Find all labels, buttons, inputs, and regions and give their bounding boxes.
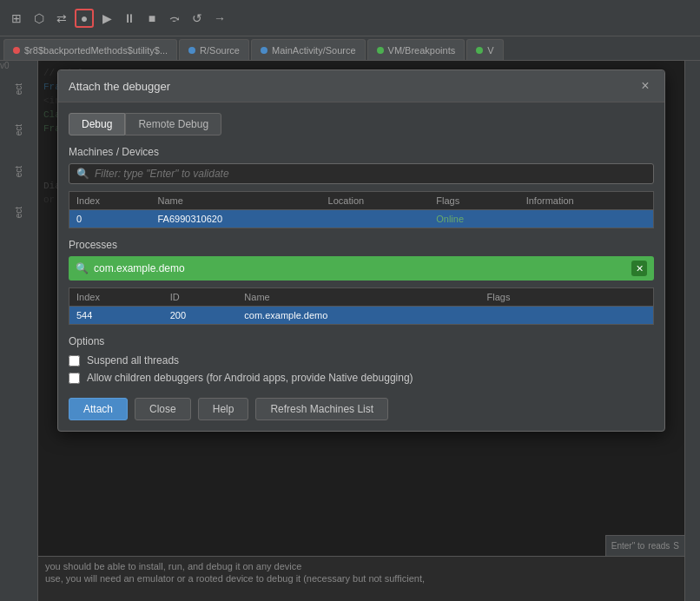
proc-index: 544 [69, 307, 163, 325]
machines-search-icon: 🔍 [76, 168, 89, 180]
col-flags: Flags [429, 192, 518, 210]
s-text: S [673, 541, 679, 551]
sync-icon[interactable]: ⇄ [52, 9, 71, 28]
proc-name: com.example.demo [237, 307, 479, 325]
checkbox-row-2: Allow children debuggers (for Android ap… [69, 372, 654, 384]
dialog-title-bar: Attach the debugger × [58, 70, 664, 102]
enter-text: Enter" to [611, 541, 645, 551]
machine-row[interactable]: 0 FA6990310620 Online [69, 210, 654, 228]
tab-mainactivity[interactable]: MainActivity/Source [251, 39, 366, 60]
options-label: Options [69, 335, 654, 347]
suspend-threads-label: Suspend all threads [87, 354, 179, 367]
side-item-3[interactable]: ect [10, 164, 27, 179]
navigate-icon[interactable]: → [210, 9, 229, 28]
machine-information [519, 210, 654, 228]
machines-table: Index Name Location Flags Information 0 … [69, 191, 654, 228]
process-row[interactable]: 544 200 com.example.demo [69, 307, 654, 325]
refresh-machines-button[interactable]: Refresh Machines List [255, 398, 388, 420]
col-location: Location [321, 192, 430, 210]
dialog-button-row: Attach Close Help Refresh Machines List [69, 394, 654, 420]
machine-index: 0 [69, 210, 151, 228]
status-line-1: you should be able to install, run, and … [45, 560, 677, 572]
side-item-4[interactable]: ect [10, 205, 27, 220]
options-section: Options Suspend all threads Allow childr… [69, 335, 654, 384]
tab-dot [377, 47, 384, 54]
version-tag: v0 [0, 61, 10, 70]
allow-children-checkbox[interactable] [69, 373, 80, 384]
col-information: Information [519, 192, 654, 210]
status-line-2: use, you will need an emulator or a root… [45, 572, 677, 584]
tab-v[interactable]: V [466, 39, 503, 60]
tab-dot [261, 47, 267, 54]
dialog-body: Debug Remote Debug Machines / Devices 🔍 … [58, 102, 664, 431]
dialog-tabs: Debug Remote Debug [69, 113, 654, 135]
online-badge: Online [436, 214, 464, 224]
proc-flags [480, 307, 654, 325]
tab-r8backported[interactable]: $r8$backportedMethods$utility$... [3, 39, 177, 60]
side-panel: v0 ect ect ect ect [0, 61, 38, 601]
attach-debugger-dialog: Attach the debugger × Debug Remote Debug… [57, 69, 665, 432]
proc-id: 200 [163, 307, 238, 325]
help-button[interactable]: Help [198, 398, 249, 420]
dialog-tab-debug[interactable]: Debug [69, 113, 125, 135]
proc-col-id: ID [163, 288, 238, 307]
col-index: Index [69, 192, 151, 210]
modal-overlay: Attach the debugger × Debug Remote Debug… [38, 61, 684, 601]
proc-col-index: Index [69, 288, 163, 307]
machine-flags: Online [429, 210, 518, 228]
reads-text: reads [648, 541, 670, 551]
col-name: Name [150, 192, 320, 210]
right-panel [684, 61, 700, 601]
machines-section-label: Machines / Devices [69, 146, 654, 158]
process-search-icon: 🔍 [76, 262, 89, 274]
main-toolbar: ⊞ ⬡ ⇄ ● ▶ ⏸ ■ ⤼ ↺ → [0, 0, 700, 36]
process-search-bar: 🔍 com.example.demo ✕ [69, 256, 654, 281]
rerun-icon[interactable]: ↺ [188, 9, 207, 28]
dialog-title: Attach the debugger [69, 80, 170, 93]
processes-table: Index ID Name Flags 544 200 com.example.… [69, 287, 654, 325]
side-item-2[interactable]: ect [10, 122, 27, 137]
bottom-right-toolbar: Enter" to reads S [605, 535, 684, 556]
step-over-icon[interactable]: ⤼ [165, 9, 184, 28]
resume-icon[interactable]: ▶ [97, 9, 116, 28]
status-bar: you should be able to install, run, and … [38, 556, 684, 601]
tab-rsource[interactable]: R/Source [179, 39, 249, 60]
stop-icon[interactable]: ■ [142, 9, 162, 28]
checkbox-row-1: Suspend all threads [69, 354, 654, 367]
machines-filter-wrap: 🔍 [69, 163, 654, 184]
tab-bar: $r8$backportedMethods$utility$... R/Sour… [0, 36, 700, 61]
dialog-close-button[interactable]: × [637, 77, 654, 95]
tab-dot [476, 47, 483, 54]
machine-location [321, 210, 430, 228]
dialog-tab-remote[interactable]: Remote Debug [125, 113, 221, 135]
tab-dot [188, 47, 195, 54]
structure-icon[interactable]: ⬡ [30, 9, 49, 28]
machine-name: FA6990310620 [150, 210, 320, 228]
allow-children-label: Allow children debuggers (for Android ap… [87, 372, 413, 384]
proc-col-name: Name [237, 288, 479, 307]
pause-icon[interactable]: ⏸ [120, 9, 139, 28]
process-clear-button[interactable]: ✕ [631, 261, 647, 276]
proc-col-flags: Flags [480, 288, 654, 307]
close-button[interactable]: Close [135, 398, 191, 420]
tab-dot [13, 47, 20, 54]
attach-button[interactable]: Attach [69, 398, 128, 420]
side-item-1[interactable]: ect [10, 82, 27, 96]
suspend-threads-checkbox[interactable] [69, 355, 80, 367]
process-search-text: com.example.demo [94, 262, 626, 274]
content-area: // Dialog Fragment <in Classl Fragment D… [38, 61, 684, 601]
machines-filter-input[interactable] [95, 168, 646, 180]
processes-section-label: Processes [69, 239, 654, 251]
layout-icon[interactable]: ⊞ [7, 9, 26, 28]
attach-debugger-icon[interactable]: ● [75, 9, 94, 28]
tab-vm-breakpoints[interactable]: VM/Breakpoints [367, 39, 466, 60]
